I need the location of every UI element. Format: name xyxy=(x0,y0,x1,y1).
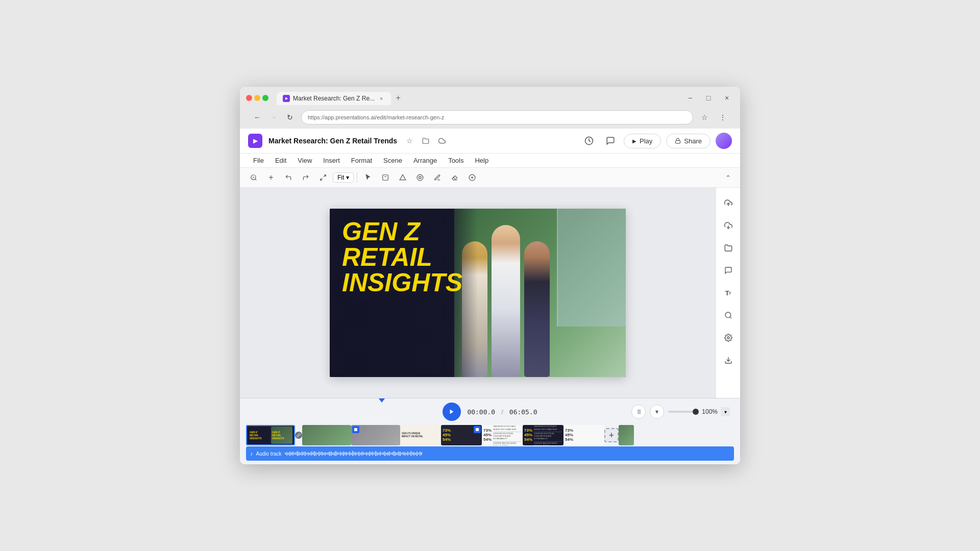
svg-rect-1 xyxy=(676,141,680,144)
window-controls xyxy=(246,95,268,101)
cloud-button[interactable] xyxy=(436,135,448,147)
tab-close-button[interactable]: × xyxy=(378,95,385,102)
scene-thumb-1[interactable]: GEN ZRETAILINSIGHTS GEN ZRETAILINSIGHTS xyxy=(246,425,295,445)
slide-title-line2: RETAIL xyxy=(342,244,462,270)
active-tab[interactable]: Market Research: Gen Z Re... × xyxy=(277,92,391,105)
browser-menu-button[interactable]: ⋮ xyxy=(716,110,730,124)
zoom-percent-dropdown[interactable]: ▾ xyxy=(721,407,730,416)
undo-button[interactable] xyxy=(281,170,296,185)
star-button[interactable]: ☆ xyxy=(403,135,415,147)
restore-window-button[interactable]: □ xyxy=(701,91,716,105)
zoom-select[interactable]: Fit ▾ xyxy=(333,172,354,183)
maximize-button[interactable] xyxy=(262,95,268,101)
close-window-button[interactable]: × xyxy=(720,91,734,105)
time-separator: / xyxy=(501,408,503,416)
user-avatar[interactable] xyxy=(716,133,732,149)
menu-scene[interactable]: Scene xyxy=(378,154,407,167)
back-button[interactable]: ← xyxy=(250,110,264,124)
scene-thumb-7[interactable]: 73% 45% 54% LOS BRANDS UNIQUE THAT WE OB… xyxy=(523,425,564,445)
text-box-button[interactable] xyxy=(378,170,393,185)
menu-help[interactable]: Help xyxy=(470,154,494,167)
audio-track[interactable]: ♪ Audio track xyxy=(246,446,734,461)
menu-tools[interactable]: Tools xyxy=(443,154,469,167)
redo-button[interactable] xyxy=(298,170,313,185)
scene-thumb-5[interactable]: 73% 45% 54% xyxy=(441,425,482,445)
menu-insert[interactable]: Insert xyxy=(318,154,345,167)
scene-thumb-3[interactable] xyxy=(351,425,400,445)
bookmark-button[interactable]: ☆ xyxy=(697,110,712,124)
text-style-button[interactable]: Tr xyxy=(719,284,738,302)
play-button[interactable]: ▶ Play xyxy=(624,134,661,148)
zoom-in-button[interactable]: + xyxy=(263,170,279,185)
timeline-menu-button[interactable]: ▾ xyxy=(650,405,664,419)
slide-photo-area xyxy=(454,209,626,377)
download-button[interactable] xyxy=(719,216,738,235)
svg-point-15 xyxy=(725,312,731,318)
timeline-extras: ▾ 100% ▾ xyxy=(631,405,730,419)
scene-thumb-8[interactable]: 73% 45% 54% xyxy=(564,425,604,445)
stats-display-8: 73% 45% 54% xyxy=(565,429,573,442)
scene-thumb-overflow[interactable] xyxy=(619,425,634,445)
stats-display-5: 73% 45% 54% xyxy=(443,429,451,442)
menu-format[interactable]: Format xyxy=(346,154,377,167)
export-button[interactable] xyxy=(719,351,738,369)
menu-bar: File Edit View Insert Format Scene Arran… xyxy=(240,154,740,168)
playhead-indicator xyxy=(379,398,385,403)
settings-button[interactable] xyxy=(719,329,738,347)
eraser-button[interactable] xyxy=(447,170,462,185)
project-title: Market Research: Gen Z Retail Trends xyxy=(268,137,397,145)
scene-thumb-6[interactable]: 73% 45% 54% GEN Z UNIQUE FACTS THAT WE O… xyxy=(482,425,523,445)
minimize-window-button[interactable]: − xyxy=(683,91,697,105)
refresh-button[interactable]: ↻ xyxy=(283,110,297,124)
select-tool-button[interactable] xyxy=(360,170,376,185)
timeline-play-button[interactable] xyxy=(443,403,461,421)
total-time: 06:05.0 xyxy=(509,408,537,416)
share-button[interactable]: Share xyxy=(666,134,710,148)
comments-button[interactable] xyxy=(602,133,619,149)
stats-display-6: 73% 45% 54% xyxy=(483,429,492,442)
draw-button[interactable] xyxy=(430,170,445,185)
people-group xyxy=(462,217,626,378)
svg-point-17 xyxy=(727,337,729,339)
menu-arrange[interactable]: Arrange xyxy=(408,154,442,167)
current-time: 00:00.0 xyxy=(467,408,495,416)
forward-button[interactable]: → xyxy=(266,110,281,124)
svg-rect-27 xyxy=(476,428,479,431)
slide-title-line1: GEN Z xyxy=(342,219,462,244)
minimize-button[interactable] xyxy=(254,95,260,101)
zoom-fit-button[interactable] xyxy=(315,170,331,185)
new-tab-button[interactable]: + xyxy=(391,91,405,105)
shape-button[interactable] xyxy=(395,170,410,185)
tab-title: Market Research: Gen Z Re... xyxy=(293,95,375,102)
add-scene-button[interactable]: + xyxy=(604,428,619,442)
folder-button[interactable] xyxy=(420,135,432,147)
scene-thumb-4[interactable]: GEN Z'S UNIQUEIMPACT ON RETAIL xyxy=(400,425,441,445)
panel-comments-button[interactable] xyxy=(719,261,738,280)
menu-edit[interactable]: Edit xyxy=(270,154,291,167)
menu-file[interactable]: File xyxy=(248,154,269,167)
svg-marker-7 xyxy=(400,174,406,180)
zoom-slider-thumb[interactable] xyxy=(693,409,699,415)
close-button[interactable] xyxy=(246,95,252,101)
library-button[interactable] xyxy=(719,239,738,257)
toolbar-collapse-button[interactable]: ⌃ xyxy=(722,171,734,184)
canvas-slide[interactable]: GEN Z RETAIL INSIGHTS xyxy=(330,209,626,377)
menu-view[interactable]: View xyxy=(292,154,317,167)
upload-button[interactable] xyxy=(719,194,738,212)
url-bar[interactable]: https://app.presentations.ai/edit/market… xyxy=(301,110,693,124)
zoom-chevron-icon: ▾ xyxy=(346,174,349,181)
media-button[interactable] xyxy=(412,170,428,185)
canvas-area: GEN Z RETAIL INSIGHTS xyxy=(240,188,716,398)
scene-thumb-2[interactable] xyxy=(302,425,351,445)
browser-chrome: Market Research: Gen Z Re... × + − □ × ←… xyxy=(240,87,740,129)
more-tools-button[interactable] xyxy=(464,170,480,185)
align-button[interactable] xyxy=(631,405,646,419)
search-replace-button[interactable] xyxy=(719,306,738,324)
history-button[interactable] xyxy=(581,133,597,149)
right-panel: Tr xyxy=(716,188,740,398)
svg-line-3 xyxy=(255,179,257,181)
browser-window: Market Research: Gen Z Re... × + − □ × ←… xyxy=(240,87,740,464)
zoom-out-button[interactable] xyxy=(246,170,261,185)
scene-link-1 xyxy=(295,432,302,439)
zoom-slider[interactable] xyxy=(668,411,699,413)
